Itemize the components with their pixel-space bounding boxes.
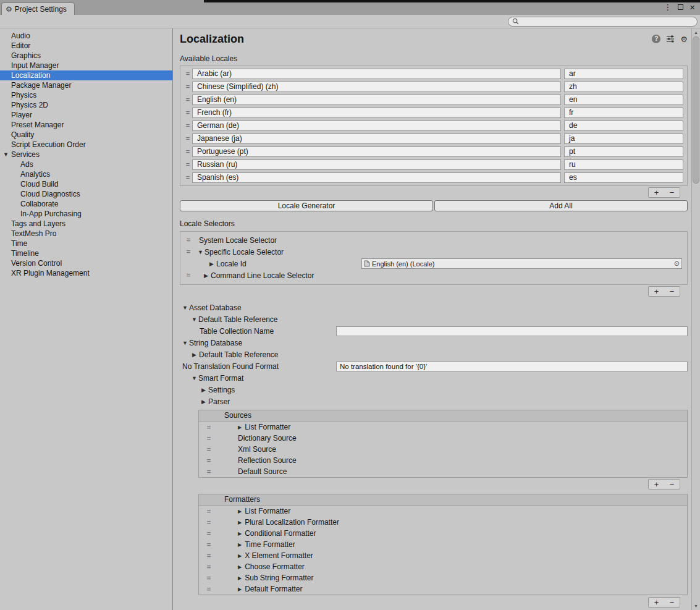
sidebar-item[interactable]: Graphics [0, 51, 172, 61]
locale-code-field[interactable]: pt [564, 146, 683, 157]
help-icon[interactable]: ? [652, 35, 660, 43]
drag-handle-icon[interactable]: = [183, 70, 192, 77]
list-item[interactable]: = Plural Localization Formatter [199, 517, 687, 528]
foldout-row[interactable]: ▼ Asset Database [180, 302, 688, 313]
foldout-closed-icon[interactable]: ▶ [204, 273, 211, 279]
sidebar-item[interactable]: Preset Manager [0, 120, 172, 130]
drag-handle-icon[interactable]: = [204, 541, 214, 548]
more-menu-icon[interactable]: ⋮ [664, 3, 672, 11]
locale-name-field[interactable]: Portuguese (pt) [192, 146, 561, 157]
list-item[interactable]: = Dictionary Source [199, 433, 687, 444]
foldout-open-icon[interactable]: ▼ [182, 340, 189, 346]
presets-icon[interactable] [666, 35, 675, 43]
drag-handle-icon[interactable]: = [183, 83, 192, 90]
drag-handle-icon[interactable]: = [183, 135, 192, 142]
list-item[interactable]: = Default Source [199, 466, 687, 477]
add-locale-button[interactable]: + [649, 188, 664, 197]
sources-header[interactable]: Sources [199, 410, 687, 421]
foldout-row[interactable]: ▼ String Database [180, 337, 688, 349]
drag-handle-icon[interactable]: = [204, 564, 214, 570]
drag-handle-icon[interactable]: = [204, 553, 214, 559]
locale-name-field[interactable]: Japanese (ja) [192, 133, 561, 144]
drag-handle-icon[interactable]: = [204, 457, 214, 464]
formatters-header[interactable]: Formatters [199, 494, 687, 506]
list-item[interactable]: = List Formatter [199, 421, 687, 433]
settings-menu-icon[interactable]: ⚙ [680, 35, 688, 44]
sidebar-item[interactable]: Ads [0, 159, 172, 169]
locale-code-field[interactable]: zh [564, 82, 683, 92]
sidebar-item[interactable]: Audio [0, 31, 172, 41]
no-translation-format-field[interactable]: No translation found for '{0}' [336, 362, 688, 371]
list-item[interactable]: = Sub String Formatter [199, 572, 687, 583]
sidebar-item[interactable]: Script Execution Order [0, 140, 172, 150]
drag-handle-icon[interactable]: = [183, 122, 192, 129]
sidebar-item[interactable]: Cloud Build [0, 179, 172, 189]
foldout-closed-icon[interactable]: ▶ [192, 352, 199, 358]
tab-project-settings[interactable]: ⚙ Project Settings [1, 2, 75, 15]
locale-code-field[interactable]: fr [564, 108, 683, 118]
sidebar-item[interactable]: Time [0, 239, 172, 248]
drag-handle-icon[interactable]: = [184, 237, 193, 244]
foldout-open-icon[interactable]: ▼ [198, 249, 205, 255]
foldout-closed-icon[interactable]: ▶ [209, 261, 216, 267]
drag-handle-icon[interactable]: = [183, 161, 192, 168]
sidebar-item[interactable]: Editor [0, 41, 172, 51]
add-all-button[interactable]: Add All [434, 200, 688, 211]
remove-locale-button[interactable]: − [664, 188, 680, 197]
sidebar-item[interactable]: Quality [0, 130, 172, 140]
drag-handle-icon[interactable]: = [183, 148, 192, 155]
locale-code-field[interactable]: en [564, 95, 683, 105]
locale-code-field[interactable]: ar [564, 69, 683, 79]
add-formatter-button[interactable]: + [649, 598, 664, 607]
remove-formatter-button[interactable]: − [664, 598, 680, 607]
search-input[interactable] [508, 17, 698, 27]
sidebar-item[interactable]: Physics [0, 90, 172, 100]
sidebar-item[interactable]: Physics 2D [0, 100, 172, 110]
sidebar-item[interactable]: Services [0, 150, 172, 159]
locale-name-field[interactable]: Russian (ru) [192, 159, 561, 170]
drag-handle-icon[interactable]: = [204, 508, 214, 515]
locale-name-field[interactable]: Chinese (Simplified) (zh) [192, 82, 561, 92]
drag-handle-icon[interactable]: = [204, 435, 214, 442]
close-icon[interactable]: × [689, 3, 695, 11]
list-item[interactable]: = List Formatter [199, 506, 687, 517]
sidebar-item[interactable]: Analytics [0, 169, 172, 179]
list-item[interactable]: = Conditional Formatter [199, 528, 687, 539]
locale-name-field[interactable]: German (de) [192, 121, 561, 131]
table-collection-name-field[interactable] [336, 326, 688, 336]
foldout-open-icon[interactable]: ▼ [182, 305, 189, 311]
locale-code-field[interactable]: es [564, 172, 683, 183]
locale-name-field[interactable]: French (fr) [192, 108, 561, 118]
list-item[interactable]: = X Element Formatter [199, 550, 687, 561]
remove-source-button[interactable]: − [664, 480, 680, 489]
sidebar-item[interactable]: Version Control [0, 258, 172, 268]
scroll-up-icon[interactable]: ▲ [692, 30, 700, 35]
locale-id-object-field[interactable]: English (en) (Locale) ⊙ [361, 258, 682, 269]
foldout-closed-icon[interactable]: ▶ [201, 399, 208, 405]
sidebar-item[interactable]: Package Manager [0, 80, 172, 90]
sidebar-item[interactable]: Cloud Diagnostics [0, 189, 172, 199]
foldout-row[interactable]: ▼ Smart Format [180, 372, 688, 384]
list-item[interactable]: = System Locale Selector [180, 234, 687, 246]
drag-handle-icon[interactable]: = [204, 468, 214, 475]
foldout-open-icon[interactable]: ▼ [192, 316, 198, 323]
drag-handle-icon[interactable]: = [204, 530, 214, 537]
foldout-row[interactable]: ▶ Parser [180, 396, 688, 407]
locale-name-field[interactable]: Arabic (ar) [192, 69, 561, 79]
drag-handle-icon[interactable]: = [204, 575, 214, 582]
remove-selector-button[interactable]: − [664, 287, 680, 296]
drag-handle-icon[interactable]: = [184, 272, 193, 279]
sidebar-item[interactable]: Localization [0, 70, 172, 80]
locale-code-field[interactable]: ja [564, 133, 683, 144]
foldout-row[interactable]: ▶ Default Table Reference [180, 349, 688, 360]
list-item[interactable]: = ▼ Specific Locale Selector [180, 246, 687, 258]
maximize-icon[interactable] [678, 4, 683, 10]
sidebar-item[interactable]: Timeline [0, 248, 172, 258]
list-item[interactable]: = Choose Formatter [199, 561, 687, 572]
list-item[interactable]: = ▶ Command Line Locale Selector [180, 269, 687, 281]
foldout-row[interactable]: ▼ Default Table Reference [180, 313, 688, 325]
drag-handle-icon[interactable]: = [204, 446, 214, 453]
drag-handle-icon[interactable]: = [183, 96, 192, 103]
scroll-down-icon[interactable]: ▼ [692, 604, 700, 608]
foldout-open-icon[interactable]: ▼ [192, 375, 198, 381]
